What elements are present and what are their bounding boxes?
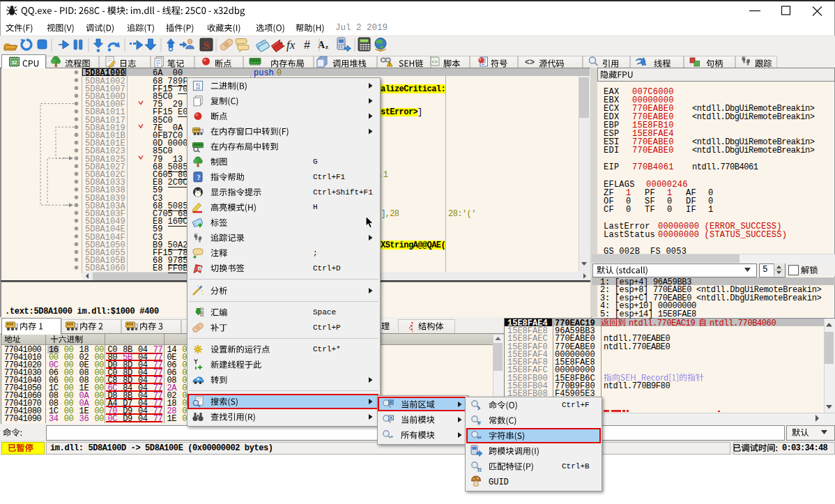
svg-text:n: n <box>199 266 201 270</box>
svg-text:<>: <> <box>431 59 437 65</box>
svg-text:01: 01 <box>200 314 204 317</box>
svg-text:*: * <box>391 434 394 441</box>
svg-text:?: ? <box>197 174 201 181</box>
svg-text:<>: <> <box>525 57 535 67</box>
svg-text:10: 10 <box>196 86 201 91</box>
svg-text:“: “ <box>477 434 482 444</box>
svg-text:#: # <box>477 420 481 427</box>
